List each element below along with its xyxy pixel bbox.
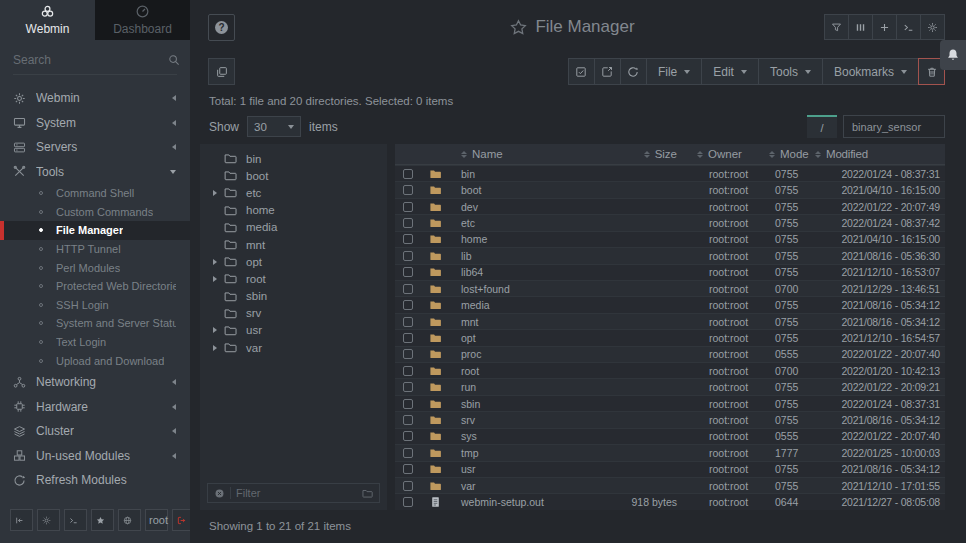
file-row[interactable]: media root:root 0755 2021/08/16 - 05:34:… — [395, 296, 945, 312]
file-row[interactable]: webmin-setup.out 918 bytes root:root 064… — [395, 493, 945, 509]
toolbar-menu-button[interactable]: Tools — [758, 58, 823, 85]
favorite-star-icon[interactable] — [510, 19, 527, 36]
sidebar-menu-row[interactable]: Perl Modules — [0, 258, 190, 277]
shell-button[interactable] — [64, 509, 87, 531]
file-name[interactable]: usr — [449, 463, 573, 475]
tree-node[interactable]: media — [200, 219, 387, 236]
filter-button[interactable] — [824, 14, 849, 40]
sidebar-menu-row[interactable]: Networking — [0, 370, 190, 395]
row-checkbox[interactable] — [403, 267, 413, 277]
row-checkbox[interactable] — [403, 300, 413, 310]
items-per-page-select[interactable]: 30 — [247, 116, 301, 137]
file-name[interactable]: opt — [449, 332, 573, 344]
tab-webmin[interactable]: Webmin — [0, 0, 95, 40]
sidebar-menu-row[interactable]: Hardware — [0, 394, 190, 419]
refresh-button[interactable] — [620, 58, 647, 85]
file-row[interactable]: tmp root:root 1777 2022/01/25 - 10:00:03 — [395, 444, 945, 460]
theme-toggle-button[interactable] — [37, 509, 60, 531]
export-button[interactable] — [594, 58, 621, 85]
file-row[interactable]: etc root:root 0755 2022/01/24 - 08:37:42 — [395, 214, 945, 230]
terminal-button[interactable] — [896, 14, 921, 40]
tree-node[interactable]: usr — [200, 322, 387, 339]
tab-dashboard[interactable]: Dashboard — [95, 0, 190, 40]
row-checkbox[interactable] — [403, 464, 413, 474]
sidebar-menu-row[interactable]: Cluster — [0, 419, 190, 444]
tree-node[interactable]: etc — [200, 184, 387, 201]
tree-node[interactable]: bin — [200, 150, 387, 167]
columns-button[interactable] — [848, 14, 873, 40]
help-button[interactable]: ? — [208, 14, 235, 41]
toolbar-menu-button[interactable]: Edit — [701, 58, 759, 85]
file-row[interactable]: dev root:root 0755 2022/01/22 - 20:07:49 — [395, 198, 945, 214]
toolbar-menu-button[interactable]: File — [646, 58, 702, 85]
file-row[interactable]: lib root:root 0755 2021/08/16 - 05:36:30 — [395, 247, 945, 263]
expand-caret-icon[interactable] — [213, 345, 217, 351]
sidebar-menu-row[interactable]: Custom Commands — [0, 203, 190, 222]
file-row[interactable]: opt root:root 0755 2021/12/10 - 16:54:57 — [395, 329, 945, 345]
row-checkbox[interactable] — [403, 431, 413, 441]
sidebar-menu-row[interactable]: Un-used Modules — [0, 443, 190, 468]
collapse-sidebar-button[interactable] — [10, 509, 33, 531]
file-row[interactable]: usr root:root 0755 2021/08/16 - 05:34:12 — [395, 461, 945, 477]
row-checkbox[interactable] — [403, 333, 413, 343]
row-checkbox[interactable] — [403, 202, 413, 212]
tree-node[interactable]: opt — [200, 253, 387, 270]
breadcrumb-root-button[interactable]: / — [807, 115, 837, 138]
file-name[interactable]: lost+found — [449, 283, 573, 295]
toolbar-menu-button[interactable]: Bookmarks — [822, 58, 919, 85]
column-header-mode[interactable]: Mode — [763, 148, 813, 160]
expand-caret-icon[interactable] — [213, 190, 217, 196]
tree-node[interactable]: boot — [200, 167, 387, 184]
clear-filter-icon[interactable] — [214, 488, 225, 499]
column-header-modified[interactable]: Modified — [813, 148, 945, 160]
file-name[interactable]: webmin-setup.out — [449, 496, 573, 508]
file-row[interactable]: bin root:root 0755 2022/01/24 - 08:37:31 — [395, 165, 945, 181]
file-row[interactable]: root root:root 0700 2022/01/20 - 10:42:1… — [395, 362, 945, 378]
sidebar-menu-row[interactable]: Servers — [0, 135, 190, 160]
row-checkbox[interactable] — [403, 448, 413, 458]
file-name[interactable]: tmp — [449, 447, 573, 459]
sidebar-menu-row[interactable]: Refresh Modules — [0, 468, 190, 493]
tree-node[interactable]: srv — [200, 305, 387, 322]
file-row[interactable]: sbin root:root 0755 2022/01/24 - 08:37:3… — [395, 395, 945, 411]
expand-caret-icon[interactable] — [213, 327, 217, 333]
favorites-button[interactable] — [91, 509, 114, 531]
file-row[interactable]: lib64 root:root 0755 2021/12/10 - 16:53:… — [395, 264, 945, 280]
file-name[interactable]: run — [449, 381, 573, 393]
sidebar-menu-row[interactable]: File Manager — [0, 221, 190, 240]
row-checkbox[interactable] — [403, 366, 413, 376]
sidebar-menu-row[interactable]: Webmin — [0, 86, 190, 111]
row-checkbox[interactable] — [403, 481, 413, 491]
language-button[interactable] — [118, 509, 141, 531]
file-name[interactable]: proc — [449, 348, 573, 360]
row-checkbox[interactable] — [403, 317, 413, 327]
row-checkbox[interactable] — [403, 497, 413, 507]
select-all-button[interactable] — [568, 58, 595, 85]
row-checkbox[interactable] — [403, 349, 413, 359]
tree-node[interactable]: var — [200, 339, 387, 356]
sidebar-menu-row[interactable]: Tools — [0, 160, 190, 185]
sidebar-menu-row[interactable]: Text Login — [0, 333, 190, 352]
add-button[interactable] — [872, 14, 897, 40]
sidebar-menu-row[interactable]: System and Server Status — [0, 314, 190, 333]
column-header-owner[interactable]: Owner — [683, 148, 763, 160]
expand-caret-icon[interactable] — [213, 276, 217, 282]
file-row[interactable]: run root:root 0755 2022/01/22 - 20:09:21 — [395, 378, 945, 394]
user-button[interactable]: root — [145, 509, 168, 531]
tree-node[interactable]: sbin — [200, 288, 387, 305]
file-name[interactable]: sbin — [449, 398, 573, 410]
row-checkbox[interactable] — [403, 169, 413, 179]
notifications-button[interactable] — [940, 40, 966, 70]
settings-button[interactable] — [920, 14, 945, 40]
column-header-name[interactable]: Name — [449, 148, 573, 160]
sidebar-menu-row[interactable]: Command Shell — [0, 184, 190, 203]
search-input[interactable] — [13, 53, 168, 67]
column-header-size[interactable]: Size — [573, 148, 683, 160]
file-name[interactable]: etc — [449, 217, 573, 229]
file-name[interactable]: home — [449, 233, 573, 245]
tree-filter-input[interactable] — [236, 487, 357, 499]
file-row[interactable]: home root:root 0755 2021/04/10 - 16:15:0… — [395, 231, 945, 247]
file-row[interactable]: boot root:root 0755 2021/04/10 - 16:15:0… — [395, 181, 945, 197]
path-search-input[interactable] — [843, 115, 945, 138]
sidebar-menu-row[interactable]: SSH Login — [0, 296, 190, 315]
